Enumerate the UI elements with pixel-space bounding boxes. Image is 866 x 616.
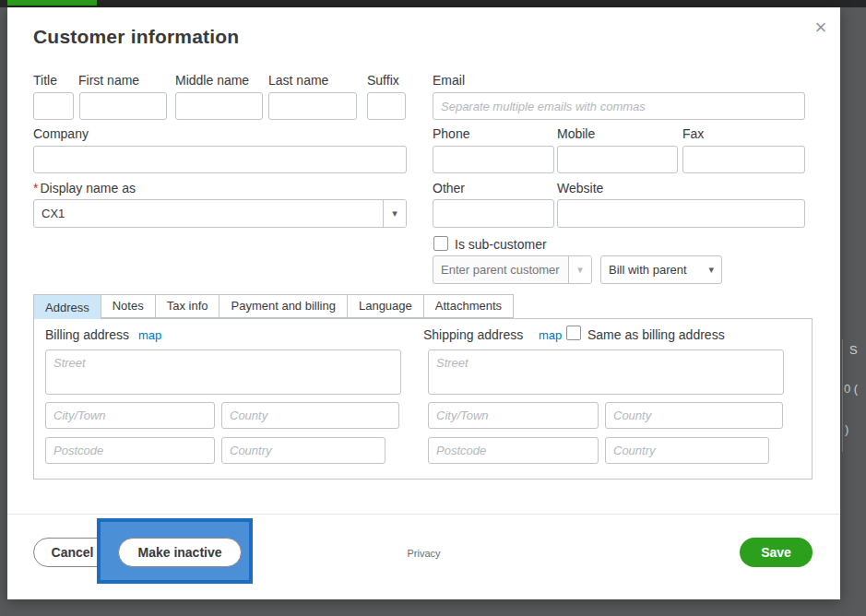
make-inactive-button[interactable]: Make inactive <box>118 538 242 567</box>
bill-with-parent-select[interactable]: Bill with parent ▾ <box>600 255 722 284</box>
shipping-county-field[interactable] <box>605 402 783 429</box>
background-text-fragment: S <box>849 343 858 357</box>
other-field[interactable] <box>433 199 554 228</box>
background-text-fragment: ) <box>845 422 848 436</box>
title-field[interactable] <box>33 92 74 120</box>
website-label: Website <box>557 181 603 195</box>
fax-field[interactable] <box>682 146 805 173</box>
shipping-street-field[interactable] <box>428 349 784 395</box>
bill-with-parent-value: Bill with parent <box>609 263 687 277</box>
title-label: Title <box>33 73 57 88</box>
billing-postcode-field[interactable] <box>45 437 215 464</box>
first-name-field[interactable] <box>79 92 167 120</box>
display-name-field[interactable] <box>34 200 383 227</box>
background-green-bar <box>7 0 97 6</box>
billing-country-field[interactable] <box>221 437 386 464</box>
chevron-down-icon: ▾ <box>577 264 583 275</box>
display-name-dropdown-button[interactable]: ▾ <box>383 200 406 227</box>
footer-divider <box>7 514 840 515</box>
billing-address-heading: Billing address <box>45 327 129 342</box>
mobile-label: Mobile <box>557 126 595 141</box>
screen: S 0 ( ) Customer information × Title Fir… <box>0 0 866 616</box>
shipping-city-field[interactable] <box>428 402 599 429</box>
billing-county-field[interactable] <box>221 402 399 429</box>
billing-city-field[interactable] <box>45 402 215 429</box>
tab-attachments[interactable]: Attachments <box>423 294 514 318</box>
address-tab-panel: Billing address map Shipping address map… <box>33 318 813 480</box>
shipping-postcode-field[interactable] <box>428 437 599 464</box>
last-name-field[interactable] <box>268 92 357 120</box>
other-label: Other <box>433 181 465 195</box>
fax-label: Fax <box>682 126 704 141</box>
customer-information-dialog: Customer information × Title First name … <box>7 7 840 599</box>
dialog-title: Customer information <box>33 26 239 48</box>
phone-label: Phone <box>433 126 469 141</box>
chevron-down-icon: ▾ <box>392 207 397 219</box>
shipping-map-link[interactable]: map <box>539 328 562 342</box>
tab-notes[interactable]: Notes <box>101 294 156 318</box>
background-topbar <box>0 0 866 7</box>
parent-customer-dropdown-button[interactable]: ▾ <box>568 256 591 283</box>
middle-name-field[interactable] <box>175 92 263 120</box>
display-name-combobox: ▾ <box>33 199 407 228</box>
tab-address[interactable]: Address <box>33 294 101 319</box>
save-button[interactable]: Save <box>740 538 813 567</box>
is-sub-customer-checkbox[interactable] <box>433 236 448 251</box>
middle-name-label: Middle name <box>175 73 249 88</box>
email-label: Email <box>433 73 465 88</box>
suffix-field[interactable] <box>367 92 406 120</box>
chevron-down-icon: ▾ <box>708 264 714 276</box>
last-name-label: Last name <box>268 73 328 88</box>
shipping-address-heading: Shipping address <box>423 327 523 342</box>
tab-language[interactable]: Language <box>347 294 424 318</box>
first-name-label: First name <box>78 73 139 88</box>
display-name-label: *Display name as <box>33 181 136 195</box>
phone-field[interactable] <box>433 146 554 173</box>
background-table-column-line <box>842 339 843 452</box>
background-text-fragment: 0 ( <box>844 382 858 396</box>
parent-customer-field[interactable] <box>433 256 568 283</box>
mobile-field[interactable] <box>557 146 678 173</box>
billing-map-link[interactable]: map <box>138 328 161 342</box>
shipping-country-field[interactable] <box>605 437 769 464</box>
email-field[interactable] <box>433 92 805 120</box>
is-sub-customer-label: Is sub-customer <box>455 237 547 252</box>
detail-tabs: Address Notes Tax info Payment and billi… <box>33 294 514 319</box>
tab-tax-info[interactable]: Tax info <box>155 294 220 318</box>
company-field[interactable] <box>33 146 407 173</box>
website-field[interactable] <box>557 199 805 228</box>
company-label: Company <box>33 126 89 141</box>
parent-customer-combobox: ▾ <box>433 255 592 284</box>
privacy-link[interactable]: Privacy <box>407 548 440 559</box>
required-asterisk: * <box>33 181 38 195</box>
same-as-billing-checkbox[interactable] <box>566 326 581 340</box>
suffix-label: Suffix <box>367 73 399 88</box>
tab-payment-and-billing[interactable]: Payment and billing <box>219 294 347 318</box>
billing-street-field[interactable] <box>45 349 401 395</box>
same-as-billing-label: Same as billing address <box>587 327 725 342</box>
close-icon[interactable]: × <box>808 15 834 41</box>
